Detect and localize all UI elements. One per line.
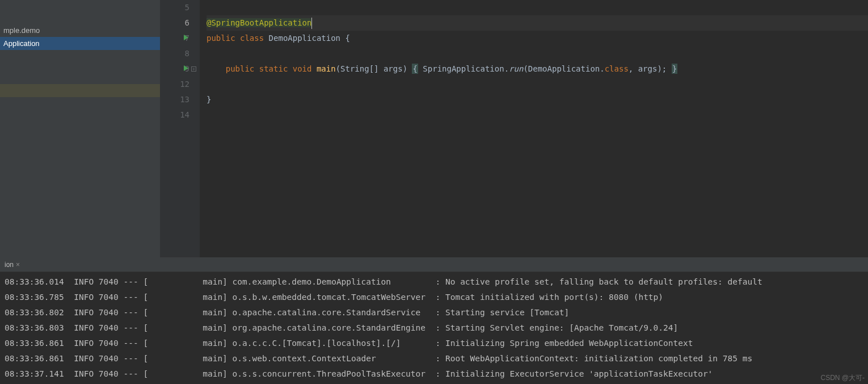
code-token: static	[259, 64, 293, 73]
code-token: (DemoApplication.	[523, 64, 604, 73]
code-line[interactable]: public static void main(String[] args) {…	[207, 61, 868, 77]
console-tab[interactable]: ion ×	[2, 261, 22, 269]
run-icon[interactable]	[184, 35, 188, 40]
run-icon[interactable]	[184, 65, 188, 71]
code-token: {	[412, 64, 418, 74]
code-token: void	[293, 64, 317, 73]
code-token: }	[207, 95, 211, 104]
log-line: 08:33:36.861 INFO 7040 --- [ main] o.a.c…	[5, 336, 863, 351]
text-cursor	[311, 18, 312, 29]
code-token: , args);	[629, 64, 672, 73]
code-token: @SpringBootApplication	[207, 18, 311, 27]
watermark: CSDN @大可-	[820, 373, 865, 383]
close-icon[interactable]: ×	[16, 261, 20, 269]
console-panel: ion × 08:33:36.014 INFO 7040 --- [ main]…	[0, 257, 868, 384]
fold-icon[interactable]: +	[191, 66, 196, 72]
console-tabs: ion ×	[0, 257, 868, 272]
log-line: 08:33:36.803 INFO 7040 --- [ main] org.a…	[5, 320, 863, 336]
code-token: main	[317, 64, 336, 73]
editor-body: 56789+121314 @SpringBootApplicationpubli…	[160, 0, 868, 257]
log-line: 08:33:36.802 INFO 7040 --- [ main] o.apa…	[5, 305, 863, 320]
gutter-line[interactable]: 8	[160, 46, 189, 61]
log-line: 08:33:36.785 INFO 7040 --- [ main] o.s.b…	[5, 290, 863, 305]
gutter-line[interactable]: 13	[160, 92, 189, 107]
sidebar-item[interactable]	[0, 84, 160, 97]
code-token: SpringApplication.	[418, 64, 509, 73]
code-line[interactable]: @SpringBootApplication	[207, 15, 868, 31]
log-line: 08:33:37.141 INFO 7040 --- [ main] o.s.s…	[5, 366, 863, 382]
gutter-line[interactable]: 14	[160, 107, 189, 123]
sidebar-item[interactable]: mple.demo	[0, 24, 160, 37]
code-area[interactable]: @SpringBootApplicationpublic class DemoA…	[200, 0, 868, 257]
code-token: DemoApplication	[269, 34, 345, 43]
gutter[interactable]: 56789+121314	[160, 0, 200, 257]
code-token: public	[207, 34, 240, 43]
log-line: 08:33:36.014 INFO 7040 --- [ main] com.e…	[5, 274, 863, 290]
console-output[interactable]: 08:33:36.014 INFO 7040 --- [ main] com.e…	[0, 272, 868, 384]
code-token: }	[672, 64, 677, 74]
editor-region: mple.demoApplication 56789+121314 @Sprin…	[0, 0, 868, 257]
gutter-line[interactable]: 5	[160, 0, 189, 15]
gutter-line[interactable]: 6	[160, 15, 189, 31]
code-token: public	[226, 64, 259, 73]
project-tree[interactable]: mple.demoApplication	[0, 0, 160, 257]
gutter-line[interactable]: 9+	[160, 61, 189, 77]
code-token: class	[605, 64, 629, 73]
log-line: 08:33:36.861 INFO 7040 --- [ main] o.s.w…	[5, 351, 863, 366]
code-line[interactable]	[207, 107, 868, 123]
code-line[interactable]	[207, 77, 868, 92]
code-line[interactable]: }	[207, 92, 868, 107]
code-line[interactable]	[207, 46, 868, 61]
gutter-line[interactable]: 12	[160, 77, 189, 92]
code-line[interactable]	[207, 0, 868, 15]
editor-area: 56789+121314 @SpringBootApplicationpubli…	[160, 0, 868, 257]
code-token: run	[509, 64, 523, 73]
code-line[interactable]: public class DemoApplication {	[207, 31, 868, 46]
code-token: {	[345, 34, 349, 43]
code-token: (String[] args)	[336, 64, 412, 73]
code-token	[207, 64, 226, 73]
gutter-line[interactable]: 7	[160, 31, 189, 46]
code-token: class	[240, 34, 269, 43]
console-tab-label: ion	[5, 261, 14, 269]
sidebar-item[interactable]: Application	[0, 37, 160, 50]
